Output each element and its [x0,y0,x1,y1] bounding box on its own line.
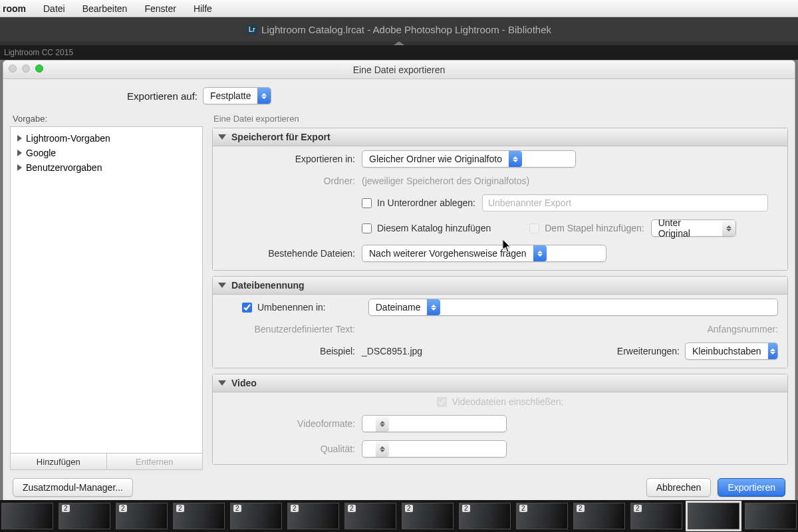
panel-header-naming[interactable]: Dateibenennung [213,277,787,295]
preset-label: Vorgabe: [10,110,203,126]
extensions-label: Erweiterungen: [617,346,680,356]
example-value: _DSC8951.jpg [362,346,422,356]
panel-export-location: Speicherort für Export Exportieren in: G… [212,128,788,271]
start-num-label: Anfangsnummer: [707,324,778,334]
thumbnail[interactable]: 2 [573,503,625,529]
module-strip: Lightroom CC 2015 [0,45,798,60]
preset-list[interactable]: Lightroom-Vorgaben Google Benutzervorgab… [10,126,203,454]
disclosure-icon [17,150,22,156]
thumbnail[interactable]: 2 [59,503,110,529]
preset-google[interactable]: Google [15,146,198,160]
app-menubar: room Datei Bearbeiten Fenster Hilfe [0,0,798,17]
thumbnail[interactable]: 2 [459,503,511,529]
cancel-button[interactable]: Abbrechen [646,478,712,497]
rename-checkbox[interactable] [242,303,252,313]
add-stack-label: Dem Stapel hinzufügen: [545,223,644,233]
chevron-down-icon [218,380,226,386]
preset-add-button[interactable]: Hinzufügen [11,454,107,469]
subfolder-input[interactable] [482,194,768,211]
thumbnail[interactable]: 2 [402,503,454,529]
video-format-label: Videoformate: [222,418,362,429]
video-quality-select [362,440,507,458]
thumbnail-selected[interactable] [688,503,739,529]
thumbnail[interactable] [1,503,53,529]
menu-bearbeiten[interactable]: Bearbeiten [80,2,130,15]
preset-lightroom[interactable]: Lightroom-Vorgaben [15,131,198,146]
rename-template-select[interactable]: Dateiname [368,299,778,316]
custom-text-label: Benutzerdefinierter Text: [222,324,362,334]
panel-header-location[interactable]: Speicherort für Export [213,128,787,146]
disclosure-icon [17,135,22,142]
thumbnail[interactable] [745,503,797,529]
add-stack-select: Unter Original [651,219,736,237]
export-button[interactable]: Exportieren [718,478,785,497]
document-title: Lightroom Catalog.lrcat - Adobe Photosho… [261,24,551,35]
folder-label: Ordner: [222,176,362,186]
preset-user[interactable]: Benutzervorgaben [15,160,198,175]
video-quality-label: Qualität: [222,444,362,454]
export-to-select[interactable]: Festplatte [203,87,271,104]
extensions-select[interactable]: Kleinbuchstaben [685,342,778,360]
add-catalog-label: Diesem Katalog hinzufügen [377,223,491,233]
thumbnail[interactable]: 2 [630,503,682,529]
export-to-label: Exportieren auf: [3,90,203,102]
preset-remove-button: Entfernen [107,454,203,469]
disclosure-icon [17,164,22,171]
add-stack-checkbox [529,223,539,233]
panel-video: Video Videodateien einschließen: Videofo… [212,374,788,465]
thumbnail[interactable]: 2 [287,503,339,529]
dialog-titlebar: Eine Datei exportieren [3,61,795,79]
export-in-label: Exportieren in: [222,154,362,164]
close-icon[interactable] [9,65,17,72]
panel-header-video[interactable]: Video [213,374,787,392]
export-in-select[interactable]: Gleicher Ordner wie Originalfoto [362,150,576,168]
thumbnail[interactable]: 2 [230,503,282,529]
thumbnail[interactable]: 2 [344,503,396,529]
document-titlebar: Lr Lightroom Catalog.lrcat - Adobe Photo… [0,17,798,41]
menu-fenster[interactable]: Fenster [142,2,178,15]
lr-icon: Lr [247,25,257,34]
plugin-manager-button[interactable]: Zusatzmodul-Manager... [13,478,133,497]
thumbnail[interactable]: 2 [516,503,568,529]
existing-files-label: Bestehende Dateien: [222,248,362,259]
subfolder-checkbox[interactable] [362,198,372,208]
menu-app[interactable]: room [0,2,29,15]
minimize-icon[interactable] [22,65,30,72]
add-catalog-checkbox[interactable] [362,223,372,233]
thumbnail[interactable]: 2 [173,503,225,529]
main-subtitle: Eine Datei exportieren [212,110,788,128]
existing-files-select[interactable]: Nach weiterer Vorgehensweise fragen [362,245,606,262]
rename-label: Umbenennen in: [257,302,326,313]
folder-value: (jeweiliger Speicherort des Originalfoto… [362,176,529,186]
video-format-select [362,415,507,432]
chevron-down-icon [218,134,226,140]
menu-hilfe[interactable]: Hilfe [191,2,215,15]
thumbnail[interactable]: 2 [116,503,168,529]
include-video-label: Videodateien einschließen: [452,396,564,407]
filmstrip[interactable]: 2 2 2 2 2 2 2 2 2 2 2 [0,500,798,532]
export-dialog: Eine Datei exportieren Exportieren auf: … [3,60,795,505]
example-label: Beispiel: [222,346,362,356]
menu-datei[interactable]: Datei [41,2,68,15]
dialog-title: Eine Datei exportieren [353,65,446,75]
include-video-checkbox [437,397,447,407]
chevron-down-icon [218,283,226,288]
panel-file-naming: Dateibenennung Umbenennen in: Dateiname … [212,276,788,368]
zoom-icon[interactable] [35,65,43,72]
subfolder-label: In Unterordner ablegen: [377,198,475,208]
